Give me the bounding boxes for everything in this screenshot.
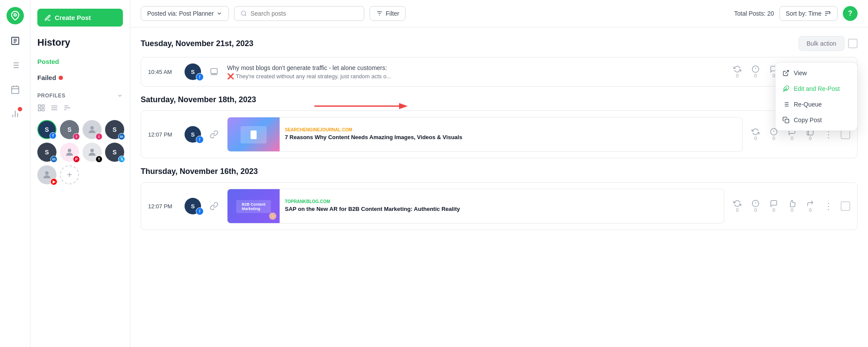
profile-avatar-6[interactable]: P <box>60 143 79 162</box>
sort-view-btn[interactable] <box>63 104 71 114</box>
profiles-header: PROFILES <box>37 93 123 99</box>
post-profile-2: S f <box>185 126 201 143</box>
profile-platform-badge-1: f <box>196 73 204 81</box>
sort-icon <box>824 10 831 17</box>
context-menu-edit-repost[interactable]: Edit and Re-Post <box>776 81 857 97</box>
sidebar <box>0 0 30 347</box>
share-action-3[interactable]: 0 <box>804 200 816 213</box>
list-icon <box>782 101 789 108</box>
post-profile-1: S f <box>185 63 201 80</box>
profile-avatar-1[interactable]: S f <box>37 120 56 139</box>
boost-action-3[interactable]: 0 <box>749 200 762 213</box>
ig-badge-3: i <box>96 133 102 140</box>
post-profile-3: S f <box>185 198 201 214</box>
filter-icon <box>376 10 383 17</box>
profile-avatar-3[interactable]: i <box>83 120 102 139</box>
post-subtext-1: ❌ They're created without any real strat… <box>227 73 724 80</box>
svg-point-28 <box>45 171 49 175</box>
failed-indicator <box>59 76 63 80</box>
left-panel: Create Post History Posted Failed PROFIL… <box>30 0 130 347</box>
profile-avatar-8[interactable]: S 𝕏 <box>105 143 124 162</box>
post-image-card-2: SEARCHENGINEJOURNAL.COM 7 Reasons Why Co… <box>227 117 743 152</box>
more-options-3[interactable]: ⋮ <box>822 199 835 213</box>
external-link-icon <box>782 70 789 77</box>
profile-grid: S f S i i S in S in P T <box>37 120 123 184</box>
sidebar-item-compose[interactable] <box>7 33 23 49</box>
pi-badge-6: P <box>73 156 80 163</box>
svg-point-29 <box>241 11 246 16</box>
post-time-3: 12:07 PM <box>148 203 178 210</box>
svg-line-30 <box>245 15 246 16</box>
sidebar-item-analytics[interactable] <box>7 106 23 122</box>
post-title-3: SAP on the New AR for B2B Content Market… <box>285 206 460 213</box>
sort-button[interactable]: Sort by: Time <box>779 6 838 21</box>
svg-rect-17 <box>38 109 40 111</box>
boost-action-1[interactable]: 0 <box>749 65 762 78</box>
sidebar-item-calendar[interactable] <box>7 82 23 97</box>
svg-line-54 <box>785 70 789 73</box>
date-section-1: Tuesday, November 21st, 2023 Bulk action… <box>141 36 858 87</box>
comment-action-3[interactable]: 0 <box>768 200 780 213</box>
post-checkbox-2[interactable] <box>841 130 850 139</box>
svg-rect-18 <box>42 109 44 111</box>
post-thumbnail-3: B2B ContentMarketing <box>228 189 280 224</box>
recycle-action-1[interactable]: 0 <box>731 65 743 78</box>
fb-badge-1: f <box>50 132 56 139</box>
svg-rect-8 <box>11 87 19 94</box>
bulk-select-checkbox[interactable] <box>848 39 858 48</box>
post-card-1: 10:45 AM S f Why most blogs don't genera… <box>141 57 858 87</box>
li-badge-4: in <box>118 133 125 140</box>
date-section-3: Thursday, November 16th, 2023 12:07 PM S… <box>141 167 858 230</box>
post-content-1: Why most blogs don't generate traffic - … <box>227 64 724 80</box>
svg-rect-63 <box>785 119 789 123</box>
sidebar-item-posts[interactable] <box>7 57 23 73</box>
post-thumbnail-2 <box>228 117 280 152</box>
profile-avatar-9[interactable]: ▶ <box>37 165 56 184</box>
post-source-3: TOPRANKBLOG.COM <box>285 199 460 204</box>
post-checkbox-3[interactable] <box>841 201 850 211</box>
date-section-2: Saturday, November 18th, 2023 12:07 PM S… <box>141 95 858 158</box>
like-action-3[interactable]: 0 <box>786 200 798 213</box>
posted-via-dropdown[interactable]: Posted via: Post Planner <box>141 6 229 21</box>
filter-button[interactable]: Filter <box>370 6 406 21</box>
search-input[interactable] <box>251 10 358 17</box>
create-post-button[interactable]: Create Post <box>37 9 123 27</box>
help-button[interactable]: ? <box>843 6 858 21</box>
total-posts-label: Total Posts: 20 <box>734 10 774 17</box>
nav-failed[interactable]: Failed <box>37 71 123 84</box>
context-menu-requeue[interactable]: Re-Queue <box>776 97 857 112</box>
sidebar-logo[interactable] <box>7 7 24 24</box>
svg-point-25 <box>90 126 94 130</box>
tt-badge-7: T <box>96 156 102 163</box>
profile-avatar-5[interactable]: S in <box>37 143 56 162</box>
profile-avatar-2[interactable]: S i <box>60 120 79 139</box>
recycle-action-2[interactable]: 0 <box>749 128 762 141</box>
copy-icon <box>782 117 789 123</box>
post-image-text-3: TOPRANKBLOG.COM SAP on the New AR for B2… <box>280 189 465 223</box>
date-label-1: Tuesday, November 21st, 2023 <box>141 39 253 48</box>
post-title-2: 7 Reasons Why Content Needs Amazing Imag… <box>285 134 462 141</box>
profile-avatar-4[interactable]: S in <box>105 120 124 139</box>
li-badge-5: in <box>50 156 57 163</box>
post-card-2: 12:07 PM S f SEARCHENGINEJOURNAL.COM <box>141 110 858 158</box>
profile-avatar-7[interactable]: T <box>83 143 102 162</box>
bulk-action-button[interactable]: Bulk action <box>799 36 845 51</box>
grid-view-btn[interactable] <box>37 104 45 114</box>
svg-rect-37 <box>211 69 218 74</box>
search-box <box>234 6 364 21</box>
post-image-text-2: SEARCHENGINEJOURNAL.COM 7 Reasons Why Co… <box>280 117 468 151</box>
date-header-2: Saturday, November 18th, 2023 <box>141 95 858 104</box>
date-label-2: Saturday, November 18th, 2023 <box>141 95 256 104</box>
post-actions-3: 0 0 0 0 0 <box>731 199 850 213</box>
context-menu-copy-post[interactable]: Copy Post <box>776 112 857 128</box>
post-time-2: 12:07 PM <box>148 131 178 138</box>
analytics-badge <box>18 107 22 111</box>
recycle-action-3[interactable]: 0 <box>731 200 743 213</box>
post-type-icon-2 <box>207 127 221 141</box>
list-view-btn[interactable] <box>50 104 58 114</box>
nav-posted[interactable]: Posted <box>37 55 123 68</box>
svg-rect-16 <box>42 105 44 107</box>
context-menu-view[interactable]: View <box>776 65 857 81</box>
search-icon <box>241 10 247 17</box>
add-profile-button[interactable]: + <box>60 165 79 184</box>
